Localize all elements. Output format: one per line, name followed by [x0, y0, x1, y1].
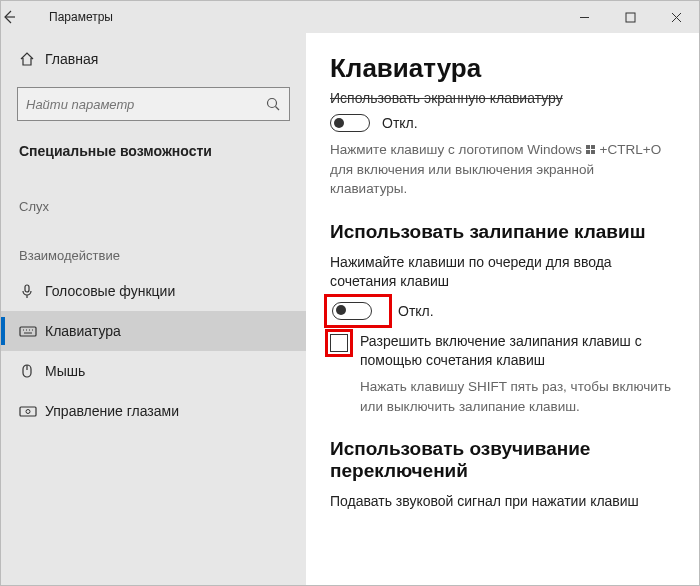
sidebar: Главная Специальные возможности Слух Вза…: [1, 33, 306, 585]
svg-rect-16: [20, 407, 36, 416]
osk-hint: Нажмите клавишу с логотипом Windows +CTR…: [330, 140, 675, 199]
sticky-shortcut-label: Разрешить включение залипания клавиш с п…: [360, 332, 675, 371]
sticky-shortcut-checkbox[interactable]: [330, 334, 348, 352]
back-button[interactable]: [1, 9, 45, 25]
window-title: Параметры: [45, 10, 561, 24]
svg-rect-7: [25, 285, 29, 292]
svg-point-5: [268, 99, 277, 108]
nav-eye-control[interactable]: Управление глазами: [1, 391, 306, 431]
nav-section-title: Специальные возможности: [1, 139, 306, 173]
minimize-button[interactable]: [561, 1, 607, 33]
svg-line-6: [276, 107, 280, 111]
nav-mouse[interactable]: Мышь: [1, 351, 306, 391]
microphone-icon: [19, 283, 45, 299]
sticky-keys-heading: Использовать залипание клавиш: [330, 221, 675, 243]
highlight-sticky-toggle: [330, 300, 386, 322]
osk-toggle[interactable]: [330, 114, 370, 132]
nav-keyboard[interactable]: Клавиатура: [1, 311, 306, 351]
keyboard-icon: [19, 324, 45, 338]
maximize-button[interactable]: [607, 1, 653, 33]
page-title: Клавиатура: [330, 53, 675, 84]
toggle-state: Откл.: [398, 303, 434, 319]
windows-logo-icon: [586, 145, 596, 155]
close-button[interactable]: [653, 1, 699, 33]
content-pane: Клавиатура Использовать экранную клавиат…: [306, 33, 699, 585]
search-icon: [265, 96, 281, 112]
search-box[interactable]: [17, 87, 290, 121]
svg-rect-2: [626, 13, 635, 22]
nav-category-interaction: Взаимодействие: [1, 222, 306, 271]
mouse-icon: [19, 363, 45, 379]
nav-label: Мышь: [45, 363, 85, 379]
eye-icon: [19, 404, 45, 418]
osk-heading: Использовать экранную клавиатуру: [330, 90, 675, 106]
nav-label: Главная: [45, 51, 98, 67]
search-input[interactable]: [26, 97, 265, 112]
nav-label: Клавиатура: [45, 323, 121, 339]
svg-rect-8: [20, 327, 36, 336]
nav-category-hearing: Слух: [1, 173, 306, 222]
nav-home[interactable]: Главная: [1, 39, 306, 79]
nav-label: Управление глазами: [45, 403, 179, 419]
home-icon: [19, 51, 45, 67]
nav-label: Голосовые функции: [45, 283, 175, 299]
toggle-keys-heading: Использовать озвучивание переключений: [330, 438, 675, 482]
svg-point-17: [26, 410, 30, 414]
sticky-keys-toggle[interactable]: [332, 302, 372, 320]
sticky-shortcut-hint: Нажать клавишу SHIFT пять раз, чтобы вкл…: [360, 377, 675, 416]
toggle-keys-description: Подавать звуковой сигнал при нажатии кла…: [330, 492, 675, 512]
titlebar: Параметры: [1, 1, 699, 33]
nav-speech[interactable]: Голосовые функции: [1, 271, 306, 311]
sticky-keys-description: Нажимайте клавиши по очереди для ввода с…: [330, 253, 675, 292]
toggle-state: Откл.: [382, 115, 418, 131]
